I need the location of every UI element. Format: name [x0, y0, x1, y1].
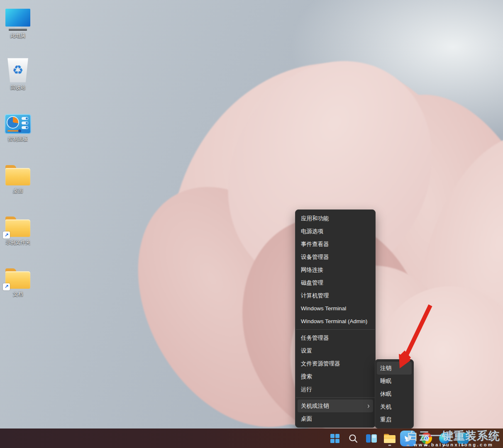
menu-item-device-manager[interactable]: 设备管理器 — [298, 251, 373, 263]
menu-item-apps-and-features[interactable]: 应用和功能 — [298, 212, 373, 225]
task-view-icon — [366, 434, 377, 443]
menu-item-label: 关机或注销 — [301, 402, 329, 410]
menu-item-label: 设备管理器 — [301, 253, 329, 261]
menu-item-computer-management[interactable]: 计算机管理 — [298, 289, 373, 302]
submenu-item-hibernate[interactable]: 休眠 — [377, 387, 412, 400]
menu-item-windows-terminal-admin[interactable]: Windows Terminal (Admin) — [298, 315, 373, 328]
taskbar-button-chrome[interactable] — [418, 430, 435, 447]
taskbar-button-search[interactable] — [345, 430, 361, 447]
submenu-item-shut-down[interactable]: 关机 — [377, 400, 412, 413]
menu-item-shutdown-or-signout[interactable]: 关机或注销› — [298, 399, 373, 412]
desktop-icon-documents-folder[interactable]: ↗ 文档 — [0, 262, 36, 314]
desktop-icon-desktop-folder[interactable]: 桌面 — [0, 158, 36, 210]
running-indicator — [425, 445, 428, 446]
menu-item-windows-terminal[interactable]: Windows Terminal — [298, 302, 373, 315]
desktop-icon-sample-folder[interactable]: ↗ 示例文件夹 — [0, 210, 36, 262]
menu-item-power-options[interactable]: 电源选项 — [298, 225, 373, 238]
menu-item-file-explorer[interactable]: 文件资源管理器 — [298, 357, 373, 370]
recycle-bin-icon: ♻ — [7, 58, 29, 83]
menu-item-label: 设置 — [301, 347, 312, 355]
menu-item-label: 桌面 — [301, 415, 312, 423]
chrome-icon — [421, 433, 432, 444]
windows-logo-icon — [330, 433, 340, 443]
submenu-item-label: 关机 — [380, 403, 391, 411]
taskbar-button-file-explorer[interactable] — [381, 430, 398, 447]
submenu-item-label: 注销 — [380, 365, 391, 372]
menu-item-label: 任务管理器 — [301, 334, 329, 342]
shutdown-submenu: 注销睡眠休眠关机重启 — [375, 359, 414, 429]
submenu-item-label: 重启 — [380, 416, 391, 424]
taskbar-button-app[interactable] — [454, 430, 471, 447]
desktop-icon-label: 文档 — [13, 291, 23, 297]
windows-desktop: 此电脑 ♻ 回收站 控制面板 桌面 ↗ 示例文件夹 ↗ 文档 应用和功能电源选项… — [0, 0, 503, 448]
menu-item-network-connections[interactable]: 网络连接 — [298, 263, 373, 276]
wallpaper-bloom — [0, 0, 503, 448]
taskbar-button-edge[interactable] — [436, 430, 453, 447]
desktop-icon-label: 桌面 — [13, 188, 23, 194]
menu-item-label: 网络连接 — [301, 266, 323, 274]
menu-item-label: 文件资源管理器 — [301, 360, 340, 368]
shortcut-arrow-icon: ↗ — [3, 283, 10, 290]
submenu-item-sleep[interactable]: 睡眠 — [377, 375, 412, 387]
menu-item-disk-management[interactable]: 磁盘管理 — [298, 276, 373, 289]
taskbar-button-twitter[interactable] — [400, 430, 416, 447]
desktop-icon-recycle-bin[interactable]: ♻ 回收站 — [0, 55, 36, 107]
running-indicator — [443, 445, 446, 446]
desktop-icon-label: 控制面板 — [8, 136, 28, 142]
submenu-item-label: 休眠 — [380, 390, 391, 398]
shortcut-arrow-icon: ↗ — [3, 231, 10, 239]
submenu-item-label: 睡眠 — [380, 377, 391, 385]
menu-item-label: 应用和功能 — [301, 215, 329, 222]
menu-item-label: 电源选项 — [301, 228, 323, 235]
taskbar: 白云一键重装系统 www.baiyunxitong.com — [0, 429, 503, 448]
monitor-icon — [5, 9, 30, 31]
desktop-icon-label: 此电脑 — [10, 33, 25, 39]
submenu-chevron-icon: › — [367, 401, 370, 411]
running-indicator — [407, 445, 410, 446]
file-explorer-icon — [384, 434, 396, 443]
menu-item-label: 计算机管理 — [301, 292, 329, 299]
menu-separator — [296, 397, 375, 398]
desktop-icon-label: 回收站 — [10, 85, 25, 90]
desktop-icon-label: 示例文件夹 — [5, 239, 30, 245]
desktop-icon-this-pc[interactable]: 此电脑 — [0, 3, 36, 55]
menu-item-settings[interactable]: 设置 — [298, 344, 373, 357]
menu-item-label: Windows Terminal — [301, 305, 346, 312]
running-indicator — [388, 445, 391, 446]
menu-item-run[interactable]: 运行 — [298, 383, 373, 396]
menu-item-label: 磁盘管理 — [301, 279, 323, 287]
taskbar-icon-group — [327, 429, 471, 448]
menu-item-desktop[interactable]: 桌面 — [298, 412, 373, 425]
desktop-icon-control-panel[interactable]: 控制面板 — [0, 107, 36, 158]
taskbar-button-task-view[interactable] — [363, 430, 380, 447]
submenu-item-restart[interactable]: 重启 — [377, 413, 412, 426]
menu-item-search[interactable]: 搜索 — [298, 370, 373, 383]
menu-item-label: 运行 — [301, 386, 312, 393]
folder-icon — [5, 165, 31, 186]
menu-item-event-viewer[interactable]: 事件查看器 — [298, 238, 373, 251]
control-panel-icon — [5, 114, 31, 134]
edge-icon — [439, 433, 450, 444]
menu-separator — [296, 329, 375, 330]
running-indicator — [461, 445, 464, 446]
menu-item-label: 搜索 — [301, 373, 312, 380]
menu-item-task-manager[interactable]: 任务管理器 — [298, 331, 373, 344]
search-icon — [348, 433, 358, 443]
app-icon — [457, 433, 469, 444]
desktop-icon-grid: 此电脑 ♻ 回收站 控制面板 桌面 ↗ 示例文件夹 ↗ 文档 — [0, 3, 36, 313]
menu-item-label: 事件查看器 — [301, 241, 329, 248]
menu-item-label: Windows Terminal (Admin) — [301, 318, 367, 324]
winx-context-menu: 应用和功能电源选项事件查看器设备管理器网络连接磁盘管理计算机管理Windows … — [295, 209, 376, 428]
twitter-icon — [400, 431, 416, 446]
submenu-item-sign-out[interactable]: 注销 — [377, 362, 412, 375]
taskbar-button-start[interactable] — [327, 430, 343, 447]
